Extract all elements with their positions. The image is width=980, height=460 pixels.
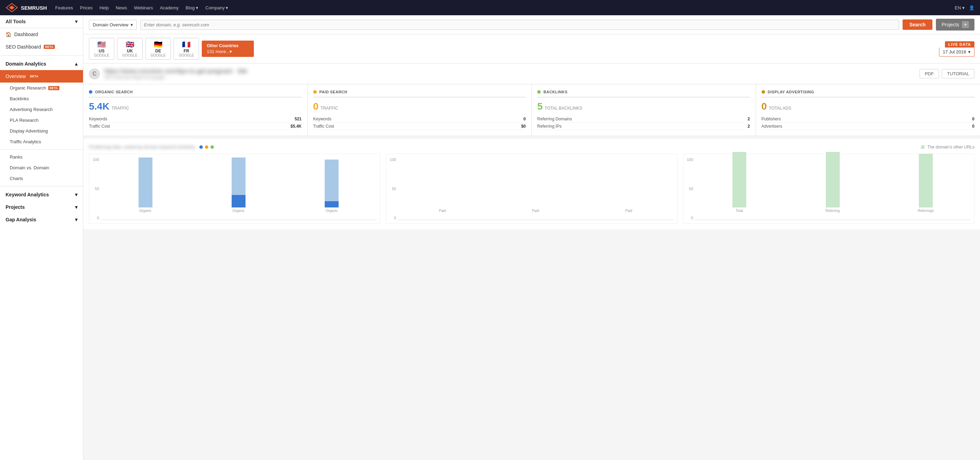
sidebar-item-domain-vs-domain[interactable]: Domain vs. Domain bbox=[0, 162, 83, 173]
other-countries-button[interactable]: Other Countries 131 more... ▾ bbox=[202, 41, 254, 57]
paid-keywords-row: Keywords 0 bbox=[313, 116, 526, 123]
paid-cost-row: Traffic Cost $0 bbox=[313, 123, 526, 130]
paid-value: 0 bbox=[313, 101, 319, 112]
advertisers-row: Advertisers 0 bbox=[762, 123, 975, 130]
logo[interactable]: SEMRUSH bbox=[6, 3, 47, 13]
live-data-date-select[interactable]: 17 Jul 2018 ▾ bbox=[939, 48, 974, 57]
add-project-icon[interactable]: + bbox=[962, 21, 969, 28]
sidebar-item-charts[interactable]: Charts bbox=[0, 173, 83, 184]
referring-domains-row: Referring Domains 2 bbox=[537, 116, 750, 123]
gap-analysis-header[interactable]: Gap Analysis ▾ bbox=[0, 213, 83, 226]
search-button[interactable]: Search bbox=[902, 19, 933, 30]
sidebar-item-organic-research[interactable]: Organic Research BETA bbox=[0, 82, 83, 93]
sidebar-item-overview[interactable]: Overview BETA bbox=[0, 70, 83, 82]
sidebar-item-pla-research[interactable]: PLA Research bbox=[0, 115, 83, 125]
projects-button[interactable]: Projects + bbox=[936, 19, 974, 30]
nav-prices[interactable]: Prices bbox=[80, 5, 92, 10]
language-selector[interactable]: EN ▾ bbox=[955, 5, 965, 10]
stat-card-backlinks: BACKLINKS 5 TOTAL BACKLINKS Referring Do… bbox=[532, 84, 756, 136]
nav-company[interactable]: Company ▾ bbox=[205, 5, 228, 10]
nav-blog[interactable]: Blog ▾ bbox=[186, 5, 199, 10]
keyword-analytics-header[interactable]: Keyword Analytics ▾ bbox=[0, 188, 83, 201]
bar-stack-2 bbox=[232, 157, 245, 208]
bar-top-1 bbox=[138, 157, 153, 208]
organic-beta-badge: BETA bbox=[48, 86, 59, 90]
paid-y-axis: 100 50 0 bbox=[390, 157, 397, 220]
organic-keywords-row: Keywords 521 bbox=[89, 116, 302, 123]
country-tabs-bar: 🇺🇸 US GOOGLE 🇬🇧 UK GOOGLE 🇩🇪 DE GOOGLE 🇫… bbox=[83, 34, 980, 63]
nav-news[interactable]: News bbox=[116, 5, 127, 10]
top-navigation: SEMRUSH Features Prices Help News Webina… bbox=[0, 0, 980, 15]
paid-chart: 100 50 0 Paid bbox=[386, 154, 677, 224]
sidebar-item-advertising-research[interactable]: Advertising Research bbox=[0, 104, 83, 115]
country-tab-fr[interactable]: 🇫🇷 FR GOOGLE bbox=[173, 38, 199, 60]
toolbar: Domain Overview ▾ Search Projects + bbox=[83, 15, 980, 34]
nav-academy[interactable]: Academy bbox=[160, 5, 178, 10]
sidebar-item-display-advertising[interactable]: Display Advertising bbox=[0, 125, 83, 136]
user-icon[interactable]: 👤 bbox=[969, 5, 974, 10]
sidebar-item-seo-dashboard[interactable]: SEO Dashboard BETA bbox=[0, 41, 83, 53]
sidebar-item-ranks[interactable]: Ranks bbox=[0, 152, 83, 162]
paid-chart-area: 100 50 0 Paid bbox=[390, 157, 673, 220]
app-layout: All Tools ▾ 🏠 Dashboard SEO Dashboard BE… bbox=[0, 15, 980, 460]
paid-bars-wrapper: Paid Paid Paid bbox=[398, 157, 674, 220]
display-value: 0 bbox=[762, 101, 767, 112]
backlinks-bars-wrapper: Total Referring Referrings bbox=[695, 157, 970, 220]
organic-chart-area: 100 50 0 Organic bbox=[93, 157, 377, 220]
bar-stack-3 bbox=[325, 160, 339, 208]
bar-group-1: Organic bbox=[100, 157, 190, 213]
us-flag-icon: 🇺🇸 bbox=[97, 40, 106, 49]
green-bar-2: Referring bbox=[788, 152, 877, 213]
bar-bot-3 bbox=[325, 201, 339, 208]
bar-stack-1 bbox=[138, 157, 153, 208]
projects-header[interactable]: Projects ▾ bbox=[0, 201, 83, 213]
dropdown-arrow-icon: ▾ bbox=[229, 49, 232, 54]
blue-dot-legend bbox=[199, 145, 203, 149]
seo-dashboard-beta-badge: BETA bbox=[44, 45, 55, 49]
sidebar: All Tools ▾ 🏠 Dashboard SEO Dashboard BE… bbox=[0, 15, 83, 460]
green-bar-seg-2 bbox=[826, 152, 840, 208]
tutorial-button[interactable]: TUTORIAL bbox=[942, 69, 974, 78]
charts-title: Positioning data, sorted by domain keywo… bbox=[89, 144, 195, 149]
country-tab-us[interactable]: 🇺🇸 US GOOGLE bbox=[89, 38, 114, 60]
backlinks-y-axis: 100 50 0 bbox=[687, 157, 695, 220]
sidebar-item-dashboard[interactable]: 🏠 Dashboard bbox=[0, 28, 83, 41]
chevron-up-icon: ▴ bbox=[75, 61, 78, 67]
uk-flag-icon: 🇬🇧 bbox=[126, 40, 134, 49]
chevron-down-icon-kw: ▾ bbox=[75, 192, 78, 197]
chevron-down-icon-gap: ▾ bbox=[75, 217, 78, 222]
overview-beta-badge: BETA bbox=[29, 74, 40, 78]
stat-card-paid: PAID SEARCH 0 TRAFFIC Keywords 0 Traffic… bbox=[308, 84, 532, 136]
nav-features[interactable]: Features bbox=[55, 5, 73, 10]
green-bar-seg-3 bbox=[919, 154, 933, 208]
country-tab-uk[interactable]: 🇬🇧 UK GOOGLE bbox=[117, 38, 142, 60]
de-flag-icon: 🇩🇪 bbox=[154, 40, 162, 49]
green-bar-3: Referrings bbox=[881, 154, 970, 213]
paid-label: PAID SEARCH bbox=[313, 90, 526, 94]
chart-legend-dots bbox=[199, 145, 214, 149]
sidebar-item-traffic-analytics[interactable]: Traffic Analytics bbox=[0, 136, 83, 147]
search-input[interactable] bbox=[140, 20, 899, 30]
tools-dropdown[interactable]: All Tools ▾ bbox=[0, 15, 83, 28]
nav-help[interactable]: Help bbox=[99, 5, 109, 10]
sidebar-divider-1 bbox=[0, 55, 83, 56]
paid-bar-3: Paid bbox=[584, 208, 673, 213]
pdf-button[interactable]: PDF bbox=[920, 69, 939, 78]
sidebar-item-backlinks[interactable]: Backlinks bbox=[0, 93, 83, 104]
page-title: https://www.conceive.com/tips-to-get-pre… bbox=[104, 68, 915, 75]
sidebar-divider-2 bbox=[0, 149, 83, 149]
search-type-select[interactable]: Domain Overview ▾ bbox=[89, 20, 137, 30]
country-tab-de[interactable]: 🇩🇪 DE GOOGLE bbox=[145, 38, 171, 60]
display-label: DISPLAY ADVERTISING bbox=[762, 90, 975, 94]
fr-flag-icon: 🇫🇷 bbox=[182, 40, 191, 49]
nav-webinars[interactable]: Webinars bbox=[134, 5, 153, 10]
bar-bot-2 bbox=[232, 195, 245, 208]
chevron-icon: ▾ bbox=[130, 22, 133, 27]
display-dot bbox=[762, 90, 765, 94]
backlinks-value: 5 bbox=[537, 101, 543, 112]
backlinks-bars: Total Referring Referrings bbox=[695, 157, 970, 220]
bar-group-2: Organic bbox=[194, 157, 283, 213]
domain-analytics-header[interactable]: Domain Analytics ▴ bbox=[0, 57, 83, 70]
backlinks-chart: 100 50 0 Total bbox=[683, 154, 974, 224]
referring-ips-row: Referring IPs 2 bbox=[537, 123, 750, 130]
